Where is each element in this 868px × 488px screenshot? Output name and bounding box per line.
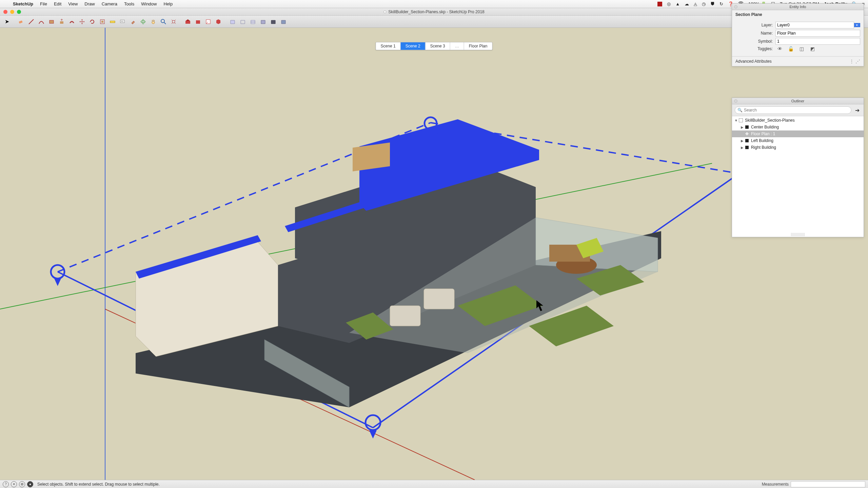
outliner-panel: Outliner 🔍 ➔ ▼ SkillBuilder_Section-Plan… bbox=[732, 98, 864, 237]
tool-line[interactable] bbox=[26, 17, 36, 26]
window-close-button[interactable] bbox=[3, 10, 7, 14]
window-minimize-button[interactable] bbox=[10, 10, 14, 14]
tool-rotate[interactable] bbox=[87, 17, 97, 26]
disclosure-icon[interactable]: ▶ bbox=[740, 125, 744, 129]
outliner-item[interactable]: ▶ Right Building bbox=[732, 144, 864, 151]
symbol-input[interactable] bbox=[775, 38, 860, 45]
menu-file[interactable]: File bbox=[37, 1, 51, 6]
status-bar: ? ✦ ✿ ● Select objects. Shift to extend … bbox=[0, 480, 868, 488]
tool-pushpull[interactable] bbox=[57, 17, 66, 26]
scene-tab-3[interactable]: Scene 3 bbox=[426, 42, 450, 50]
tool-move[interactable] bbox=[77, 17, 87, 26]
measurements-input[interactable] bbox=[791, 481, 865, 487]
outliner-item[interactable]: ▶ Left Building bbox=[732, 137, 864, 144]
tool-text[interactable]: A1 bbox=[118, 17, 127, 26]
blank-icon bbox=[740, 132, 744, 136]
hint-geo-icon[interactable]: ✦ bbox=[11, 481, 17, 487]
app-name[interactable]: SketchUp bbox=[9, 1, 37, 6]
svg-rect-39 bbox=[424, 289, 454, 309]
status-shield-icon: ⛊ bbox=[710, 1, 715, 6]
group-icon bbox=[744, 139, 750, 142]
status-icon: ◎ bbox=[667, 1, 671, 6]
tool-section-5[interactable] bbox=[269, 17, 278, 26]
tool-zoom-extents[interactable] bbox=[169, 17, 178, 26]
toggle-lock-icon[interactable]: 🔓 bbox=[788, 46, 794, 52]
tool-eraser[interactable] bbox=[16, 17, 26, 26]
svg-text:A1: A1 bbox=[121, 20, 124, 22]
outliner-title[interactable]: Outliner bbox=[732, 98, 864, 104]
menu-draw[interactable]: Draw bbox=[81, 1, 98, 6]
tool-arc[interactable] bbox=[37, 17, 46, 26]
tool-select[interactable]: ➤ bbox=[2, 17, 12, 26]
outliner-root[interactable]: ▼ SkillBuilder_Section-Planes bbox=[732, 117, 864, 124]
search-icon: 🔍 bbox=[737, 108, 743, 113]
status-clock-icon: ◷ bbox=[702, 1, 706, 6]
tool-scale[interactable] bbox=[98, 17, 107, 26]
tool-zoom[interactable] bbox=[159, 17, 168, 26]
toggle-cut-icon[interactable]: ◩ bbox=[809, 46, 815, 52]
modified-indicator-icon bbox=[383, 11, 386, 13]
model-icon bbox=[738, 118, 744, 122]
tool-section-plane[interactable] bbox=[228, 17, 237, 26]
tool-orbit[interactable] bbox=[138, 17, 148, 26]
scene-tab-1[interactable]: Scene 1 bbox=[376, 42, 401, 50]
svg-rect-6 bbox=[110, 21, 115, 23]
disclosure-icon[interactable]: ▶ bbox=[740, 139, 744, 143]
layer-label: Layer: bbox=[735, 23, 775, 27]
viewport[interactable]: Scene 1 Scene 2 Scene 3 … Floor Plan bbox=[0, 28, 868, 480]
svg-rect-5 bbox=[101, 21, 103, 23]
entity-info-title[interactable]: Entity Info bbox=[732, 4, 864, 10]
disclosure-icon[interactable]: ▶ bbox=[740, 146, 744, 149]
layer-dropdown-button[interactable]: ▾ bbox=[854, 23, 860, 27]
hint-help-icon[interactable]: ? bbox=[3, 481, 9, 487]
menu-help[interactable]: Help bbox=[160, 1, 176, 6]
outliner-tree[interactable]: ▼ SkillBuilder_Section-Planes ▶ Center B… bbox=[732, 116, 864, 237]
hint-signin-icon[interactable]: ● bbox=[27, 481, 33, 487]
status-cloud-icon: ☁ bbox=[685, 1, 689, 6]
tool-extension[interactable] bbox=[193, 17, 203, 26]
scene-tab-2[interactable]: Scene 2 bbox=[401, 42, 426, 50]
menu-tools[interactable]: Tools bbox=[121, 1, 138, 6]
status-icon: ▲ bbox=[675, 1, 680, 6]
panel-resize-handle[interactable] bbox=[791, 233, 805, 236]
tool-section-fill[interactable] bbox=[258, 17, 268, 26]
svg-point-9 bbox=[141, 21, 145, 23]
panel-close-icon[interactable] bbox=[734, 5, 737, 8]
tool-pan[interactable] bbox=[149, 17, 158, 26]
advanced-attributes-toggle[interactable]: Advanced Attributes ⋮ ⋰ bbox=[732, 56, 864, 66]
tool-3d[interactable] bbox=[214, 17, 223, 26]
disclosure-icon[interactable]: ▼ bbox=[734, 119, 738, 122]
hint-person-icon[interactable]: ✿ bbox=[19, 481, 25, 487]
toggle-visible-icon[interactable]: 👁 bbox=[777, 46, 783, 52]
svg-point-26 bbox=[366, 415, 380, 430]
tool-section-cut[interactable] bbox=[248, 17, 258, 26]
tool-paint[interactable] bbox=[128, 17, 138, 26]
menu-camera[interactable]: Camera bbox=[98, 1, 121, 6]
scene-tab-overflow[interactable]: … bbox=[450, 42, 464, 50]
tool-section-display[interactable] bbox=[238, 17, 248, 26]
symbol-label: Symbol: bbox=[735, 39, 775, 44]
outliner-item-selected[interactable]: ✥ Floor Plan : 1 bbox=[732, 130, 864, 137]
menu-window[interactable]: Window bbox=[138, 1, 160, 6]
name-input[interactable] bbox=[775, 30, 860, 37]
tool-warehouse[interactable] bbox=[183, 17, 193, 26]
tool-rectangle[interactable] bbox=[47, 17, 56, 26]
outliner-details-button[interactable]: ➔ bbox=[853, 106, 861, 114]
panel-close-icon[interactable] bbox=[734, 99, 737, 103]
layer-select[interactable] bbox=[775, 22, 854, 28]
tool-offset[interactable] bbox=[67, 17, 77, 26]
outliner-item[interactable]: ▶ Center Building bbox=[732, 124, 864, 130]
window-maximize-button[interactable] bbox=[17, 10, 21, 14]
scene-tab-floorplan[interactable]: Floor Plan bbox=[464, 42, 492, 50]
model-canvas[interactable] bbox=[0, 28, 868, 480]
name-label: Name: bbox=[735, 31, 775, 36]
svg-rect-40 bbox=[390, 306, 420, 326]
tool-section-6[interactable] bbox=[279, 17, 288, 26]
tool-layout[interactable] bbox=[203, 17, 213, 26]
outliner-search-input[interactable] bbox=[735, 106, 851, 114]
status-hint: Select objects. Shift to extend select. … bbox=[37, 482, 160, 487]
menu-edit[interactable]: Edit bbox=[51, 1, 65, 6]
menu-view[interactable]: View bbox=[65, 1, 81, 6]
toggle-section-icon[interactable]: ◫ bbox=[798, 46, 805, 52]
tool-tape[interactable] bbox=[108, 17, 117, 26]
